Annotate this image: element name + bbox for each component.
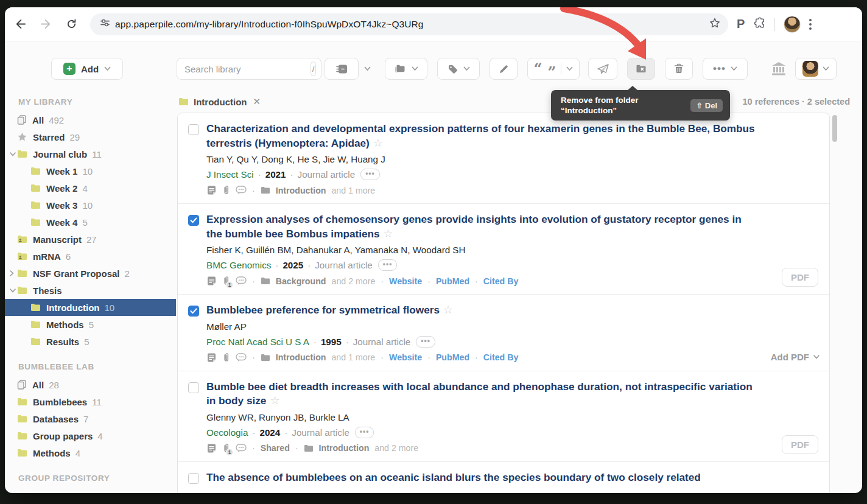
favorite-star-icon[interactable]: ☆ bbox=[384, 228, 393, 240]
sidebar-item-week-2[interactable]: Week 24 bbox=[5, 180, 176, 197]
reference-checkbox[interactable] bbox=[188, 306, 199, 317]
link-pubmed[interactable]: PubMed bbox=[436, 352, 469, 362]
sidebar-item-week-4[interactable]: Week 45 bbox=[5, 214, 176, 231]
attachment-icon[interactable] bbox=[222, 185, 230, 195]
favorite-star-icon[interactable]: ☆ bbox=[443, 304, 453, 316]
attachment-icon[interactable]: 1 bbox=[222, 276, 230, 286]
reference-folder[interactable]: Background bbox=[276, 276, 326, 286]
sidebar-item-results[interactable]: Results5 bbox=[5, 333, 176, 350]
reference-row[interactable]: The absence of bumblebees on an oceanic … bbox=[178, 462, 829, 493]
more-actions-button[interactable]: ••• bbox=[703, 58, 748, 80]
url-bar[interactable]: app.paperpile.com/my-library/Introductio… bbox=[90, 13, 728, 35]
reference-title[interactable]: Expression analyses of chemosensory gene… bbox=[206, 212, 756, 241]
reference-checkbox[interactable] bbox=[188, 382, 199, 393]
comment-icon[interactable] bbox=[236, 353, 247, 362]
sidebar-item-all[interactable]: All28 bbox=[5, 376, 176, 393]
journal-name[interactable]: J Insect Sci bbox=[206, 169, 254, 180]
sidebar-item-thesis[interactable]: Thesis bbox=[5, 282, 176, 299]
sidebar-item-nsf-grant-proposal[interactable]: NSF Grant Proposal2 bbox=[5, 265, 176, 282]
journal-name[interactable]: Proc Natl Acad Sci U S A bbox=[206, 337, 309, 347]
assign-label-button[interactable] bbox=[437, 58, 480, 80]
bookmark-star-icon[interactable] bbox=[709, 17, 721, 32]
favorite-star-icon[interactable]: ☆ bbox=[270, 394, 279, 407]
paperpile-extension-icon[interactable]: P bbox=[737, 17, 745, 31]
sidebar-item-all[interactable]: All492 bbox=[5, 111, 176, 128]
link-cited-by[interactable]: Cited By bbox=[483, 276, 519, 286]
folder-more-label[interactable]: and 2 more bbox=[332, 276, 376, 286]
comment-icon[interactable] bbox=[236, 276, 247, 285]
reference-title[interactable]: Characterization and developmental expre… bbox=[206, 122, 756, 150]
notes-icon[interactable] bbox=[206, 352, 217, 363]
reference-folder[interactable]: Introduction bbox=[319, 443, 370, 453]
scrollbar[interactable] bbox=[832, 114, 837, 493]
comment-icon[interactable] bbox=[236, 186, 247, 195]
sidebar-item-journal-club[interactable]: Journal club11 bbox=[5, 145, 176, 163]
notes-icon[interactable] bbox=[206, 185, 217, 195]
browser-profile-avatar[interactable] bbox=[784, 16, 801, 33]
more-details-button[interactable]: ••• bbox=[355, 427, 374, 438]
notes-icon[interactable] bbox=[206, 443, 217, 453]
sidebar-item-databases[interactable]: Databases7 bbox=[5, 410, 176, 427]
more-details-button[interactable]: ••• bbox=[416, 336, 435, 348]
remove-from-folder-button[interactable] bbox=[627, 58, 655, 80]
reference-title[interactable]: The absence of bumblebees on an oceanic … bbox=[206, 471, 756, 485]
account-menu-button[interactable] bbox=[795, 58, 837, 80]
sidebar-item-week-1[interactable]: Week 110 bbox=[5, 163, 176, 180]
extensions-puzzle-icon[interactable] bbox=[753, 16, 766, 32]
chrome-menu-icon[interactable] bbox=[809, 19, 812, 30]
reference-folder[interactable]: Introduction bbox=[276, 186, 326, 195]
link-website[interactable]: Website bbox=[389, 276, 422, 286]
cite-button[interactable]: “” bbox=[527, 58, 580, 80]
reference-row[interactable]: Bumblebee preference for symmetrical flo… bbox=[178, 295, 829, 371]
sidebar-item-week-3[interactable]: Week 310 bbox=[5, 197, 176, 214]
pdf-button[interactable]: PDF bbox=[782, 435, 818, 454]
reference-title[interactable]: Bumblebee preference for symmetrical flo… bbox=[206, 303, 756, 318]
reference-row[interactable]: Expression analyses of chemosensory gene… bbox=[178, 204, 829, 295]
sidebar-item-mrna[interactable]: mRNA6 bbox=[5, 248, 176, 265]
sidebar-item-manuscript[interactable]: Manuscript27 bbox=[5, 231, 176, 248]
scrollbar-thumb[interactable] bbox=[832, 115, 837, 142]
reference-row[interactable]: Characterization and developmental expre… bbox=[178, 113, 829, 204]
pdf-button[interactable]: PDF bbox=[782, 268, 818, 287]
more-details-button[interactable]: ••• bbox=[360, 169, 380, 180]
sidebar-item-methods[interactable]: Methods4 bbox=[5, 444, 176, 461]
favorite-star-icon[interactable]: ☆ bbox=[373, 137, 383, 149]
reference-row[interactable]: Bumble bee diet breadth increases with l… bbox=[178, 371, 829, 462]
share-button[interactable] bbox=[588, 58, 617, 80]
folder-more-label[interactable]: and 1 more bbox=[331, 352, 375, 362]
journal-name[interactable]: BMC Genomics bbox=[206, 260, 271, 270]
site-info-icon[interactable] bbox=[100, 18, 110, 30]
search-field[interactable] bbox=[184, 64, 306, 74]
attachment-icon[interactable] bbox=[222, 352, 230, 363]
sidebar-item-methods[interactable]: Methods5 bbox=[5, 316, 176, 333]
back-button[interactable] bbox=[10, 14, 30, 35]
add-pdf-button[interactable]: Add PDF bbox=[771, 352, 820, 362]
folder-more-label[interactable]: and 2 more bbox=[374, 443, 418, 453]
view-settings-button[interactable] bbox=[325, 58, 359, 80]
chevron-down-icon[interactable] bbox=[10, 289, 17, 293]
folder-filter-chip[interactable]: Introduction ✕ bbox=[178, 96, 261, 107]
trash-button[interactable] bbox=[665, 58, 693, 80]
search-input[interactable]: / bbox=[177, 58, 321, 80]
link-pubmed[interactable]: PubMed bbox=[436, 276, 469, 286]
add-button[interactable]: + Add bbox=[51, 58, 123, 80]
reference-checkbox[interactable] bbox=[188, 124, 199, 135]
chevron-right-icon[interactable] bbox=[10, 270, 17, 276]
reference-title[interactable]: Bumble bee diet breadth increases with l… bbox=[206, 380, 756, 408]
link-cited-by[interactable]: Cited By bbox=[483, 352, 519, 362]
url-text[interactable]: app.paperpile.com/my-library/Introductio… bbox=[115, 19, 709, 30]
edit-button[interactable] bbox=[490, 58, 518, 80]
view-settings-chevron[interactable] bbox=[359, 66, 376, 71]
chevron-down-icon[interactable] bbox=[10, 152, 17, 156]
reference-checkbox[interactable] bbox=[188, 473, 199, 484]
attachment-icon[interactable]: 1 bbox=[222, 443, 230, 453]
notes-icon[interactable] bbox=[206, 276, 217, 286]
comment-icon[interactable] bbox=[236, 444, 247, 453]
reference-folder[interactable]: Introduction bbox=[276, 352, 326, 362]
sidebar-item-starred[interactable]: Starred29 bbox=[5, 128, 176, 145]
sidebar-item-bumblebees[interactable]: Bumblebees11 bbox=[5, 393, 176, 410]
reload-button[interactable] bbox=[61, 14, 82, 35]
reference-checkbox[interactable] bbox=[188, 215, 199, 226]
forward-button[interactable] bbox=[35, 14, 56, 35]
institution-button[interactable] bbox=[768, 58, 789, 80]
